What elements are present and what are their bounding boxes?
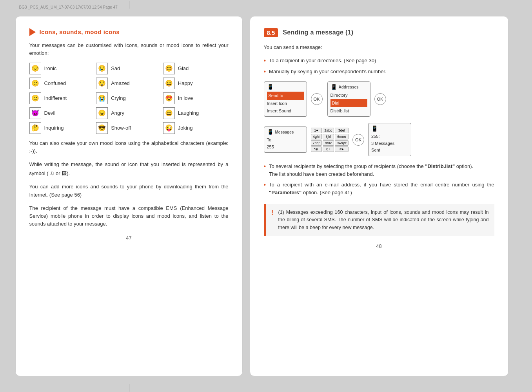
ok-button-3[interactable]: OK <box>352 134 364 146</box>
addresses-title: Addresses <box>339 85 359 89</box>
ok-button-1[interactable]: OK <box>311 93 323 105</box>
phone-screen-menu-header: 📱 <box>267 84 304 90</box>
ok-button-2[interactable]: OK <box>374 93 386 105</box>
bullet-text-3: To several recipients by selecting the g… <box>269 163 473 178</box>
mood-item-ironic: 😒 Ironic <box>29 63 95 74</box>
phone-icon-1: 📱 <box>267 84 274 90</box>
mood-item-inquiring: 🤔 Inquiring <box>29 122 95 134</box>
ironic-label: Ironic <box>44 65 57 71</box>
section-num-badge: 8.5 <box>264 28 278 37</box>
key-8: 8tuv <box>323 140 334 146</box>
bullet-dot-2: • <box>264 68 266 76</box>
music-symbol: ♫ <box>50 170 54 176</box>
address-items: Directory Dial Distrib.list <box>330 92 367 114</box>
key-4: 4ghi <box>311 134 322 139</box>
mood-item-happy: 😀 Happy <box>163 78 229 89</box>
key-hash: #● <box>335 146 349 152</box>
messages-body: To: 255 <box>267 137 304 150</box>
messages-header: 📱 Messages <box>267 129 304 135</box>
left-para3: You can add more icons and sounds to you… <box>29 183 229 199</box>
mood-item-inlove: 😍 In love <box>163 92 229 104</box>
phone-icon-4: 📱 <box>371 125 378 132</box>
bullet-list-1: • To a recipient in your directories. (S… <box>264 57 494 76</box>
print-info: BG3 _PCS_AUS_UM_17-07-03 17/07/03 12:54 … <box>19 5 118 9</box>
left-section-header: Icons, sounds, mood icons <box>29 28 229 36</box>
insert-sound-item: Insert Sound <box>267 107 304 115</box>
key-star: *⊕ <box>311 146 322 152</box>
sad-label: Sad <box>111 65 120 71</box>
left-para4: The recipient of the message must have a… <box>29 204 229 228</box>
mood-item-indifferent: 😐 Indifferent <box>29 92 95 104</box>
bullet-text-2: Manually by keying in your correspondent… <box>269 68 386 76</box>
devil-icon: 😈 <box>29 107 41 119</box>
bullet-item-2: • Manually by keying in your corresponde… <box>264 68 494 76</box>
mood-item-sad: 😢 Sad <box>96 63 162 74</box>
bullet-dot-4: • <box>264 181 266 196</box>
directory-item: Directory <box>330 92 367 99</box>
left-section-title: Icons, sounds, mood icons <box>40 29 120 35</box>
note-box: ! (1) Messages exceeding 160 characters,… <box>264 204 494 236</box>
phone-screen-addresses: 📱 Addresses Directory Dial Distrib.list <box>327 81 370 117</box>
image-symbol: 🖼 <box>62 170 67 176</box>
indifferent-icon: 😐 <box>29 92 41 104</box>
result-num: 255: <box>371 133 408 140</box>
left-panel: Icons, sounds, mood icons Your messages … <box>15 16 243 376</box>
bullet-text-1: To a recipient in your directories. (See… <box>269 57 376 65</box>
phone-icon-3: 📱 <box>267 129 274 135</box>
key-9: 9wxyz <box>335 140 349 146</box>
joking-label: Joking <box>178 125 193 131</box>
phone-screen-messages: 📱 Messages To: 255 <box>264 126 307 153</box>
right-page-num: 48 <box>264 243 494 249</box>
inquiring-icon: 🤔 <box>29 122 41 134</box>
insert-icon-item: Insert Icon <box>267 100 304 107</box>
laughing-label: Laughing <box>178 110 199 116</box>
glad-icon: 😊 <box>163 63 175 74</box>
result-count: 3 Messages <box>371 140 408 147</box>
right-intro: You can send a message: <box>264 43 494 51</box>
amazed-icon: 😲 <box>96 78 108 89</box>
left-intro-text: Your messages can be customised with ico… <box>29 42 229 57</box>
left-page-num: 47 <box>29 235 229 241</box>
to-label: To: <box>267 137 304 144</box>
bullet-item-3: • To several recipients by selecting the… <box>264 163 494 178</box>
keypad-grid: 1● 2abc 3def 4ghi 5jkl 6mno 7pqr 8tuv 9w… <box>311 128 349 152</box>
happy-label: Happy <box>178 80 193 86</box>
amazed-label: Amazed <box>111 80 130 86</box>
laughing-icon: 😄 <box>163 107 175 119</box>
bullet-dot-3: • <box>264 163 266 178</box>
distrib-list-item: Distrib.list <box>330 107 367 115</box>
mood-item-glad: 😊 Glad <box>163 63 229 74</box>
phone-screens-row2: 📱 Messages To: 255 1● 2abc 3def 4ghi <box>264 123 494 156</box>
mood-item-showoff: 😎 Show-off <box>96 122 162 134</box>
phone-screens-row1: 📱 Send to Insert Icon Insert Sound OK 📱 … <box>264 81 494 117</box>
dial-item: Dial <box>330 99 367 107</box>
indifferent-label: Indifferent <box>44 95 67 101</box>
crying-icon: 😭 <box>96 92 108 104</box>
key-5: 5jkl <box>323 134 334 139</box>
mood-item-laughing: 😄 Laughing <box>163 107 229 119</box>
note-text: Messages exceeding 160 characters, input… <box>278 210 489 230</box>
bullet-text-4: To a recipient with an e-mail address, i… <box>269 181 494 196</box>
right-section-title: Sending a message (1) <box>283 29 353 36</box>
menu-items: Send to Insert Icon Insert Sound <box>267 92 304 114</box>
mood-grid: 😒 Ironic 😢 Sad 😊 Glad 😕 Confused 😲 Amaze… <box>29 63 229 134</box>
mood-item-confused: 😕 Confused <box>29 78 95 89</box>
bullet-list-2: • To several recipients by selecting the… <box>264 163 494 196</box>
note-num: (1) <box>278 210 286 215</box>
confused-icon: 😕 <box>29 78 41 89</box>
ironic-icon: 😒 <box>29 63 41 74</box>
left-para1: You can also create your own mood icons … <box>29 139 229 155</box>
bullet-item-4: • To a recipient with an e-mail address,… <box>264 181 494 196</box>
key-7: 7pqr <box>311 140 322 146</box>
left-para2: While writing the message, the sound or … <box>29 161 229 177</box>
showoff-icon: 😎 <box>96 122 108 134</box>
angry-icon: 😠 <box>96 107 108 119</box>
bullet-dot-1: • <box>264 57 266 65</box>
mood-item-amazed: 😲 Amazed <box>96 78 162 89</box>
mood-item-crying: 😭 Crying <box>96 92 162 104</box>
phone-screen-addresses-header: 📱 Addresses <box>330 84 367 90</box>
crosshair-top <box>125 1 133 9</box>
right-section-header: 8.5 Sending a message (1) <box>264 28 494 37</box>
mood-item-devil: 😈 Devil <box>29 107 95 119</box>
angry-label: Angry <box>111 110 124 116</box>
